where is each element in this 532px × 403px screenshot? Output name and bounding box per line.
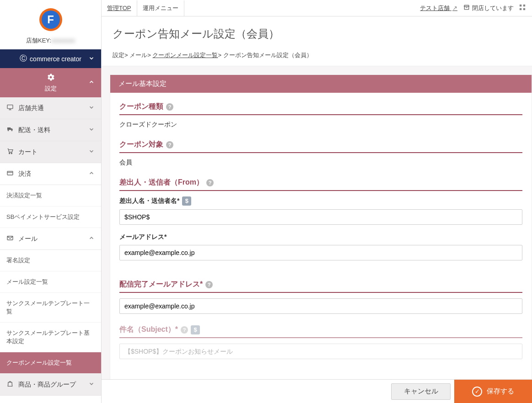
sidebar-item-product[interactable]: 商品・商品グループ [0, 374, 101, 396]
chevron-down-icon [88, 55, 95, 63]
svg-rect-7 [520, 8, 521, 10]
mail-icon [6, 234, 16, 243]
cart-icon [6, 148, 16, 156]
breadcrumb-link[interactable]: クーポンメール設定一覧 [152, 52, 218, 58]
chevron-up-icon [88, 235, 95, 243]
chevron-down-icon [88, 126, 95, 134]
mail-addr-input[interactable] [119, 245, 522, 260]
field-coupon-target: クーポン対象 ? 会員 [110, 140, 532, 178]
c-icon: Ⓒ [20, 54, 27, 64]
save-button[interactable]: ✓ 保存する [454, 380, 532, 403]
chevron-down-icon [88, 381, 95, 388]
help-icon[interactable]: ? [166, 103, 173, 111]
sub-payment-list[interactable]: 決済設定一覧 [0, 185, 101, 207]
main: 管理TOP 運用メニュー テスト店舗 ↗ 閉店しています [102, 0, 532, 403]
page-title: クーポン告知メール設定（会員） [102, 16, 532, 48]
svg-point-2 [11, 153, 12, 154]
sub-sb-payment[interactable]: SBペイメントサービス設定 [0, 207, 101, 228]
nav-commerce-creator[interactable]: Ⓒ commerce creator [0, 49, 101, 68]
check-icon: ✓ [472, 387, 482, 397]
storefront-icon [463, 4, 470, 12]
logo: F [0, 0, 101, 35]
sidebar-item-payment[interactable]: 決済 [0, 163, 101, 185]
content: クーポン告知メール設定（会員） 設定> メール> クーポンメール設定一覧> クー… [102, 16, 532, 403]
svg-rect-0 [7, 105, 13, 109]
test-store-link[interactable]: テスト店舗 ↗ [420, 4, 457, 12]
subject-input[interactable] [119, 344, 522, 359]
apps-icon[interactable] [519, 4, 526, 12]
help-icon[interactable]: ? [166, 141, 173, 148]
nav-settings[interactable]: 設定 [0, 68, 101, 97]
field-delivery-addr: 配信完了メールアドレス* ? [110, 280, 532, 325]
breadcrumb: 設定> メール> クーポンメール設定一覧> クーポン告知メール設定（会員） [102, 48, 532, 66]
chevron-down-icon [88, 104, 95, 112]
section-header: メール基本設定 [110, 75, 532, 93]
sidebar-item-mail[interactable]: メール [0, 228, 101, 250]
sub-thanks-template-basic[interactable]: サンクスメールテンプレート基本設定 [0, 323, 101, 352]
sender-name-label: 差出人名・送信者名* $ [119, 196, 522, 206]
shop-key: 店舗KEY:xxxxxxxx [0, 35, 101, 49]
sidebar-item-delivery[interactable]: 配送・送料 [0, 119, 101, 141]
external-link-icon: ↗ [452, 5, 457, 11]
chevron-down-icon [88, 148, 95, 156]
help-icon[interactable]: ? [206, 179, 214, 186]
topbar: 管理TOP 運用メニュー テスト店舗 ↗ 閉店しています [102, 0, 532, 16]
svg-rect-5 [520, 5, 521, 6]
card-icon [6, 170, 16, 178]
bag-icon [6, 380, 16, 389]
svg-rect-3 [7, 171, 13, 175]
sidebar-item-cart[interactable]: カート [0, 141, 101, 163]
footer-bar: キャンセル ✓ 保存する [102, 379, 532, 403]
sidebar: F 店舗KEY:xxxxxxxx Ⓒ commerce creator 設定 店… [0, 0, 102, 403]
sub-mail-list[interactable]: メール設定一覧 [0, 271, 101, 293]
sender-name-input[interactable] [119, 209, 522, 225]
tab-admin-top[interactable]: 管理TOP [102, 0, 137, 16]
chevron-up-icon [88, 170, 95, 178]
monitor-icon [6, 104, 16, 112]
sidebar-item-store[interactable]: 店舗共通 [0, 97, 101, 119]
field-subject: 件名（Subject）* ? $ [110, 325, 532, 370]
svg-rect-8 [523, 8, 525, 10]
form-card: メール基本設定 クーポン種類 ? クローズドクーポン クーポン対象 ? 会員 [110, 74, 532, 380]
cancel-button[interactable]: キャンセル [391, 383, 451, 400]
sub-coupon-mail-list[interactable]: クーポンメール設定一覧 [0, 352, 101, 374]
svg-rect-6 [523, 5, 525, 6]
store-status[interactable]: 閉店しています [463, 4, 514, 12]
coupon-target-value: 会員 [119, 153, 522, 167]
sub-thanks-template-list[interactable]: サンクスメールテンプレート一覧 [0, 293, 101, 323]
help-icon[interactable]: ? [181, 326, 188, 334]
truck-icon [6, 126, 16, 134]
tab-op-menu[interactable]: 運用メニュー [137, 0, 184, 16]
field-from: 差出人・送信者（From） ? 差出人名・送信者名* $ メールアドレス* [110, 178, 532, 280]
variable-icon[interactable]: $ [182, 196, 191, 206]
delivery-addr-input[interactable] [119, 298, 522, 314]
sub-signature[interactable]: 署名設定 [0, 250, 101, 271]
help-icon[interactable]: ? [205, 281, 213, 288]
field-coupon-type: クーポン種類 ? クローズドクーポン [110, 102, 532, 140]
coupon-type-value: クローズドクーポン [119, 115, 522, 129]
svg-point-1 [9, 153, 10, 154]
gear-icon [46, 73, 55, 84]
chevron-up-icon [88, 79, 95, 87]
variable-icon[interactable]: $ [191, 325, 200, 334]
mail-addr-label: メールアドレス* [119, 233, 522, 241]
